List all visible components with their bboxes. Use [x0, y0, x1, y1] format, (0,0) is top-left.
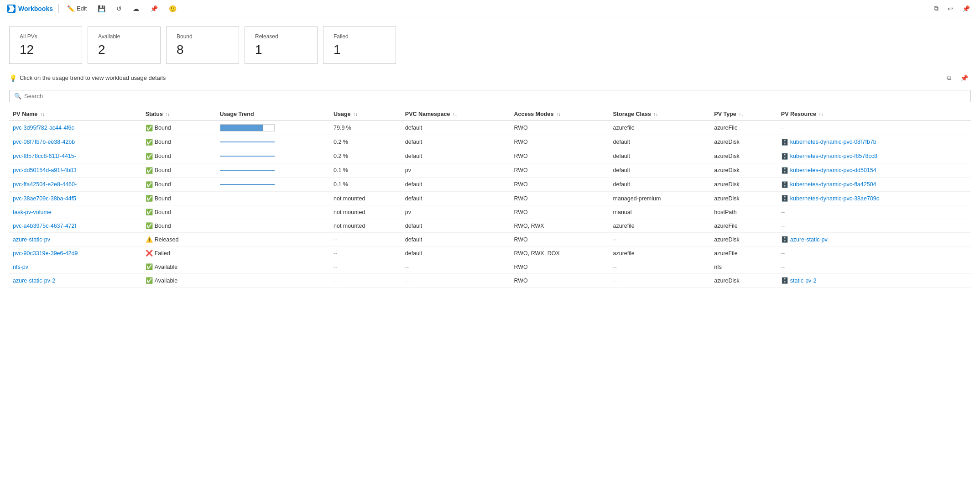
- cloud-button[interactable]: ☁: [130, 4, 142, 13]
- usage-trend-cell[interactable]: [216, 163, 330, 178]
- summary-label-all-pvs: All PVs: [20, 33, 72, 40]
- sort-icon-storage: ↑↓: [653, 112, 658, 117]
- usage-trend-cell[interactable]: [216, 135, 330, 149]
- pv-resource-cell: 🗄️kubernetes-dynamic-pvc-ffa42504: [777, 178, 971, 192]
- pv-name-link[interactable]: pvc-3d95f782-ac44-4f6c-: [13, 125, 76, 131]
- pv-name-link[interactable]: pvc-90c3319e-39e6-42d9: [13, 250, 78, 257]
- usage-line-container: [220, 138, 275, 146]
- summary-value-failed: 1: [334, 42, 386, 57]
- save-button[interactable]: 💾: [95, 4, 108, 13]
- hint-pin-button[interactable]: 📌: [958, 73, 971, 83]
- pv-name-cell: pvc-a4b3975c-4637-472f: [9, 219, 142, 233]
- expand-button[interactable]: 📌: [959, 4, 973, 13]
- summary-card-all-pvs: All PVs 12: [9, 26, 82, 64]
- usage-value-cell: 0.1 %: [330, 163, 401, 178]
- pv-resource-link[interactable]: 🗄️kubernetes-dynamic-pvc-38ae709c: [781, 195, 879, 202]
- usage-trend-cell[interactable]: [216, 205, 330, 219]
- undo-button[interactable]: ↩: [945, 4, 956, 13]
- usage-trend-cell[interactable]: [216, 149, 330, 163]
- col-usage[interactable]: Usage ↑↓: [330, 108, 401, 121]
- col-pv-resource[interactable]: PV Resource ↑↓: [777, 108, 971, 121]
- usage-trend-cell[interactable]: [216, 233, 330, 246]
- status-badge: ✅Bound: [146, 139, 171, 146]
- summary-label-failed: Failed: [334, 33, 386, 40]
- usage-trend-cell[interactable]: [216, 192, 330, 205]
- status-badge: ✅Bound: [146, 153, 171, 160]
- usage-value-cell: 0.2 %: [330, 135, 401, 149]
- pv-resource-link[interactable]: 🗄️kubernetes-dynamic-pvc-ffa42504: [781, 181, 876, 188]
- emoji-button[interactable]: 🙂: [166, 4, 179, 13]
- hint-text: Click on the usage trend to view workloa…: [20, 74, 166, 81]
- col-storage-class[interactable]: Storage Class ↑↓: [610, 108, 711, 121]
- pv-name-link[interactable]: pvc-dd50154d-a91f-4b83: [13, 167, 77, 173]
- col-status[interactable]: Status ↑↓: [142, 108, 216, 121]
- hint-copy-button[interactable]: ⧉: [944, 73, 954, 83]
- brand-icon: [7, 5, 16, 13]
- pv-name-link[interactable]: pvc-a4b3975c-4637-472f: [13, 223, 76, 229]
- status-label: Bound: [155, 125, 171, 131]
- pv-name-link[interactable]: azure-static-pv-2: [13, 278, 55, 284]
- usage-trend-cell[interactable]: [216, 219, 330, 233]
- status-badge: ✅Bound: [146, 195, 171, 202]
- access-modes-cell: RWO: [511, 149, 610, 163]
- status-label: Bound: [155, 195, 171, 202]
- pv-name-link[interactable]: pvc-08f7fb7b-ee38-42bb: [13, 139, 75, 145]
- col-usage-trend[interactable]: Usage Trend: [216, 108, 330, 121]
- usage-trend-cell[interactable]: [216, 246, 330, 260]
- pv-name-cell: azure-static-pv: [9, 233, 142, 246]
- pv-resource-link[interactable]: 🗄️kubernetes-dynamic-pvc-dd50154: [781, 167, 876, 174]
- status-icon: ✅: [146, 222, 153, 229]
- pv-resource-cell: 🗄️kubernetes-dynamic-pvc-38ae709c: [777, 192, 971, 205]
- save-icon: 💾: [98, 5, 105, 12]
- storage-class-cell: azurefile: [610, 121, 711, 135]
- usage-trend-cell[interactable]: [216, 178, 330, 192]
- copy-button[interactable]: ⧉: [931, 4, 941, 13]
- access-modes-cell: RWO: [511, 274, 610, 288]
- pv-name-cell: pvc-90c3319e-39e6-42d9: [9, 246, 142, 260]
- access-modes-cell: RWO: [511, 135, 610, 149]
- usage-value-cell: 0.1 %: [330, 178, 401, 192]
- pv-name-link[interactable]: pvc-ffa42504-e2e8-4460-: [13, 181, 77, 188]
- pv-name-link[interactable]: task-pv-volume: [13, 209, 52, 215]
- pin-button[interactable]: 📌: [147, 4, 161, 13]
- search-input[interactable]: [24, 93, 966, 100]
- storage-class-cell: default: [610, 163, 711, 178]
- usage-trend-cell[interactable]: [216, 260, 330, 274]
- col-pv-type[interactable]: PV Type ↑↓: [710, 108, 777, 121]
- status-icon: ✅: [146, 277, 153, 284]
- usage-value-cell: --: [330, 233, 401, 246]
- pv-resource-cell: 🗄️kubernetes-dynamic-pvc-08f7fb7b: [777, 135, 971, 149]
- usage-value-cell: not mounted: [330, 219, 401, 233]
- status-icon: ✅: [146, 209, 153, 215]
- edit-button[interactable]: ✏️ Edit: [64, 4, 89, 13]
- access-modes-cell: RWO: [511, 163, 610, 178]
- summary-label-available: Available: [98, 33, 150, 40]
- usage-bar-fill: [220, 125, 263, 131]
- status-label: Bound: [155, 139, 171, 145]
- pv-name-link[interactable]: pvc-f8578cc8-611f-4415-: [13, 153, 76, 159]
- pv-name-link[interactable]: azure-static-pv: [13, 236, 50, 243]
- col-access-modes[interactable]: Access Modes ↑↓: [511, 108, 610, 121]
- pv-name-link[interactable]: nfs-pv: [13, 264, 28, 270]
- usage-trend-cell[interactable]: [216, 121, 330, 135]
- pv-resource-cell: --: [777, 121, 971, 135]
- refresh-icon: ↺: [116, 5, 122, 12]
- col-pv-name[interactable]: PV Name ↑↓: [9, 108, 142, 121]
- col-pvc-namespace[interactable]: PVC Namespace ↑↓: [401, 108, 511, 121]
- status-badge: ✅Bound: [146, 222, 171, 229]
- status-badge: ✅Bound: [146, 125, 171, 131]
- pv-resource-link[interactable]: 🗄️kubernetes-dynamic-pvc-08f7fb7b: [781, 139, 876, 146]
- refresh-button[interactable]: ↺: [114, 4, 125, 13]
- status-cell: ✅Bound: [142, 219, 216, 233]
- resource-icon: 🗄️: [781, 195, 788, 202]
- pv-resource-link[interactable]: 🗄️azure-static-pv: [781, 236, 828, 243]
- pv-resource-cell: 🗄️azure-static-pv: [777, 233, 971, 246]
- pv-name-link[interactable]: pvc-38ae709c-38ba-44f5: [13, 195, 76, 202]
- pv-resource-link[interactable]: 🗄️static-pv-2: [781, 277, 817, 284]
- pv-resource-link[interactable]: 🗄️kubernetes-dynamic-pvc-f8578cc8: [781, 153, 877, 160]
- sort-icon-status: ↑↓: [165, 112, 170, 117]
- storage-class-cell: --: [610, 260, 711, 274]
- pv-resource-cell: --: [777, 246, 971, 260]
- pv-name-cell: pvc-38ae709c-38ba-44f5: [9, 192, 142, 205]
- usage-trend-cell[interactable]: [216, 274, 330, 288]
